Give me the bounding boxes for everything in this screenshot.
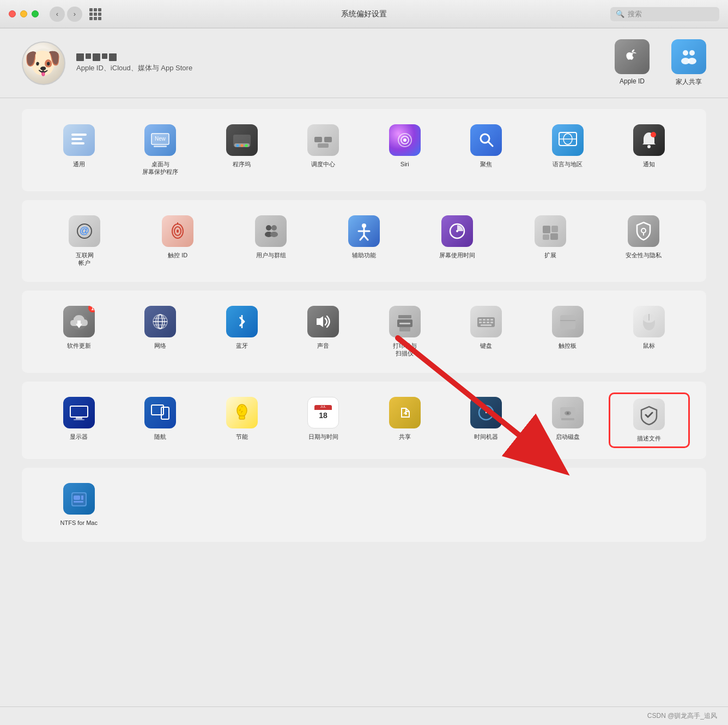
svg-rect-85: [161, 407, 169, 419]
pref-internet[interactable]: @ 互联网帐户: [38, 211, 131, 271]
accessibility-label: 辅助功能: [352, 251, 376, 259]
avatar[interactable]: [22, 41, 65, 85]
profile-right-icons: Apple ID 家人共享: [615, 39, 706, 87]
svg-text:18: 18: [319, 411, 327, 420]
avatar-image: [23, 43, 64, 84]
pref-network[interactable]: 网络: [120, 301, 202, 362]
pref-sharing[interactable]: 共享: [364, 392, 446, 448]
grid-view-button[interactable]: [87, 5, 104, 23]
bluetooth-label: 蓝牙: [236, 342, 248, 349]
pref-touchid[interactable]: 触控 ID: [131, 211, 225, 271]
pref-printer[interactable]: 打印机与扫描仪: [364, 301, 446, 362]
pref-datetime[interactable]: 18 JUL 日期与时间: [283, 392, 365, 448]
svg-rect-17: [324, 137, 332, 142]
network-icon: [144, 306, 176, 337]
dock-icon: [226, 124, 258, 156]
profile-info: Apple ID、iCloud、媒体与 App Store: [76, 53, 615, 73]
pref-screentime[interactable]: 屏幕使用时间: [410, 211, 503, 271]
pref-notifications[interactable]: 通知: [609, 120, 690, 180]
family-sharing-icon-item[interactable]: 家人共享: [671, 39, 706, 87]
keyboard-label: 键盘: [480, 342, 492, 349]
svg-rect-9: [154, 146, 167, 147]
mission-icon: [307, 124, 339, 156]
software-icon: 1: [63, 306, 95, 337]
sound-icon: [307, 306, 339, 337]
forward-button[interactable]: ›: [67, 7, 82, 22]
language-label: 语言与地区: [553, 160, 583, 168]
svg-rect-64: [399, 323, 410, 324]
desktop-label: 桌面与屏幕保护程序: [142, 160, 178, 176]
svg-rect-105: [74, 501, 83, 503]
svg-point-27: [647, 145, 651, 148]
svg-point-14: [240, 144, 243, 147]
close-button[interactable]: [9, 10, 16, 17]
notifications-icon: [633, 124, 665, 156]
pref-siri[interactable]: Siri: [364, 120, 446, 180]
pref-keyboard[interactable]: 键盘: [446, 301, 527, 362]
svg-rect-5: [71, 138, 82, 140]
pref-sound[interactable]: 声音: [283, 301, 365, 362]
pref-security[interactable]: 安全性与隐私: [597, 211, 690, 271]
pref-energy[interactable]: 节能: [201, 392, 283, 448]
apple-id-icon-item[interactable]: Apple ID: [615, 39, 650, 85]
printer-icon: [389, 306, 421, 337]
trackpad-label: 触控板: [559, 342, 577, 349]
svg-point-35: [266, 225, 271, 231]
svg-rect-16: [314, 137, 322, 142]
svg-rect-75: [481, 324, 492, 326]
screentime-label: 屏幕使用时间: [439, 251, 475, 259]
search-icon: 🔍: [616, 10, 624, 18]
svg-rect-83: [74, 419, 84, 420]
section-2: @ 互联网帐户 触控 ID: [22, 200, 706, 282]
svg-point-13: [236, 144, 239, 147]
pref-display[interactable]: 显示器: [38, 392, 120, 448]
pref-spotlight[interactable]: 聚焦: [446, 120, 527, 180]
svg-line-43: [364, 235, 368, 240]
general-icon: [63, 124, 95, 156]
pref-ntfs[interactable]: NTFS for Mac: [38, 479, 120, 531]
grid-icon: [89, 8, 101, 20]
apple-logo-icon: [622, 47, 642, 67]
svg-rect-4: [71, 134, 87, 136]
pixel-5: [109, 53, 117, 61]
pref-language[interactable]: 语言与地区: [527, 120, 609, 180]
search-placeholder: 搜索: [628, 9, 642, 19]
svg-rect-6: [71, 142, 84, 144]
pref-bluetooth[interactable]: 蓝牙: [201, 301, 283, 362]
pref-users[interactable]: 用户与群组: [225, 211, 318, 271]
pixel-4: [102, 53, 107, 59]
svg-point-94: [405, 413, 407, 415]
pref-trackpad[interactable]: 触控板: [527, 301, 609, 362]
pixel-3: [93, 53, 100, 61]
svg-rect-70: [490, 319, 493, 321]
pref-dock[interactable]: 程序坞: [201, 120, 283, 180]
pref-mouse[interactable]: 鼠标: [609, 301, 690, 362]
svg-point-50: [641, 228, 646, 233]
svg-text:@: @: [80, 225, 89, 236]
mouse-icon: [633, 306, 665, 337]
sidecar-label: 随航: [154, 433, 166, 440]
pref-software[interactable]: 1 软件更新: [38, 301, 120, 362]
svg-point-1: [689, 50, 695, 56]
minimize-button[interactable]: [20, 10, 27, 17]
siri-label: Siri: [401, 160, 409, 168]
profiles-label: 描述文件: [637, 434, 661, 442]
maximize-button[interactable]: [32, 10, 39, 17]
svg-rect-67: [479, 319, 482, 321]
internet-icon: @: [69, 215, 100, 247]
pref-profiles[interactable]: 描述文件: [609, 392, 690, 448]
pref-accessibility[interactable]: 辅助功能: [318, 211, 411, 271]
pref-general[interactable]: 通用: [38, 120, 120, 180]
pref-mission[interactable]: 调度中心: [283, 120, 365, 180]
pref-extensions[interactable]: 扩展: [503, 211, 597, 271]
pref-startup[interactable]: 启动磁盘: [527, 392, 609, 448]
pref-sidecar[interactable]: 随航: [120, 392, 202, 448]
siri-icon: [389, 124, 421, 156]
pref-desktop[interactable]: New 桌面与屏幕保护程序: [120, 120, 202, 180]
timemachine-icon: [470, 397, 502, 428]
users-icon: [255, 215, 287, 247]
back-button[interactable]: ‹: [50, 7, 65, 22]
pref-timemachine[interactable]: 时间机器: [446, 392, 527, 448]
search-box[interactable]: 🔍 搜索: [610, 7, 719, 21]
footer-credit: CSDN @驯龙高手_追风: [647, 711, 717, 721]
